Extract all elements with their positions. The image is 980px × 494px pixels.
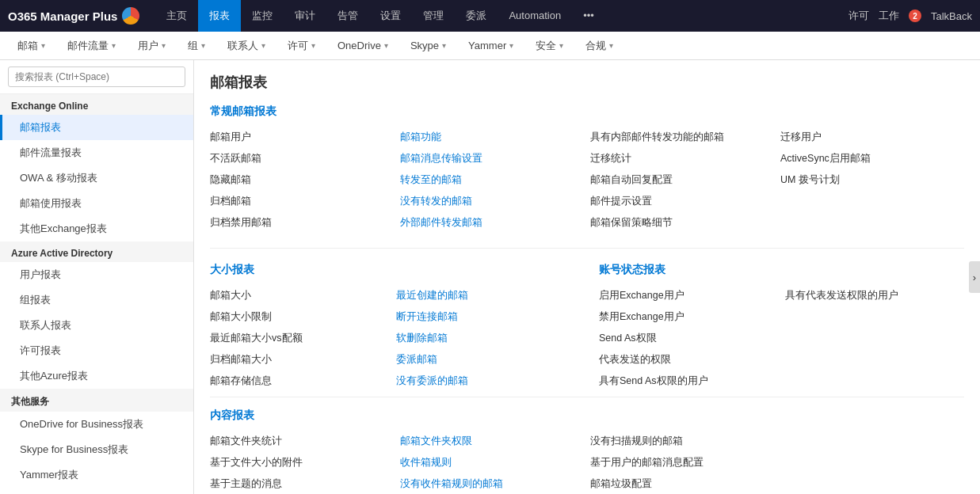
report-link[interactable]: 软删除邮箱 [396, 329, 576, 348]
report-link[interactable]: 邮箱功能 [400, 128, 584, 146]
sidebar: Exchange Online邮箱报表邮件流量报表OWA & 移动报表邮箱使用报… [0, 60, 194, 494]
nav-item-委派[interactable]: 委派 [455, 0, 498, 32]
nav-item-监控[interactable]: 监控 [241, 0, 284, 32]
account-status-grid: 启用Exchange用户具有代表发送权限的用户禁用Exchange用户Send … [599, 287, 964, 390]
report-link[interactable]: 邮箱大小限制 [210, 308, 390, 326]
sidebar-item-组报表[interactable]: 组报表 [0, 287, 193, 313]
report-grid: 邮箱文件夹统计邮箱文件夹权限没有扫描规则的邮箱基于文件大小的附件收件箱规则基于用… [210, 432, 964, 493]
nav-item-Automation[interactable]: Automation [498, 0, 572, 32]
report-link[interactable]: 基于主题的消息 [210, 475, 394, 493]
nav-item-设置[interactable]: 设置 [369, 0, 412, 32]
report-link[interactable]: 启用Exchange用户 [599, 287, 779, 305]
sidebar-item-邮件流量报表[interactable]: 邮件流量报表 [0, 140, 193, 165]
report-link[interactable]: 具有Send As权限的用户 [599, 372, 779, 390]
report-link[interactable]: 邮箱用户 [210, 128, 394, 146]
report-link [780, 214, 964, 232]
sidebar-item-OWA & 移动报表[interactable]: OWA & 移动报表 [0, 165, 193, 191]
report-link[interactable]: 没有转发的邮箱 [400, 192, 584, 211]
sidebar-item-联系人报表[interactable]: 联系人报表 [0, 313, 193, 338]
report-link [785, 329, 965, 348]
sidebar-item-邮箱报表[interactable]: 邮箱报表 [0, 115, 193, 140]
report-link[interactable]: 邮箱垃圾配置 [590, 475, 774, 493]
report-link[interactable]: 基于文件大小的附件 [210, 454, 394, 472]
secondbar-item-许可[interactable]: 许可▾ [278, 32, 325, 60]
logo: O365 Manager Plus [8, 7, 139, 25]
secondbar-item-邮件流量[interactable]: 邮件流量▾ [58, 32, 125, 60]
report-link[interactable]: 邮箱文件夹权限 [400, 432, 584, 450]
report-link[interactable]: ActiveSync启用邮箱 [780, 150, 964, 168]
nav-item-管理[interactable]: 管理 [412, 0, 455, 32]
secondbar-item-邮箱[interactable]: 邮箱▾ [8, 32, 55, 60]
sidebar-item-Skype for Business报表[interactable]: Skype for Business报表 [0, 437, 193, 462]
secondbar-item-组[interactable]: 组▾ [178, 32, 215, 60]
report-link[interactable]: 邮件提示设置 [590, 192, 774, 211]
secondbar-item-合规[interactable]: 合规▾ [576, 32, 623, 60]
report-link[interactable]: 邮箱自动回复配置 [590, 171, 774, 189]
report-link[interactable]: 禁用Exchange用户 [599, 308, 779, 326]
dual-section-row: 大小报表邮箱大小最近创建的邮箱邮箱大小限制断开连接邮箱最近邮箱大小vs配额软删除… [210, 260, 964, 390]
report-link[interactable]: 邮箱消息传输设置 [400, 150, 584, 168]
report-link[interactable]: 收件箱规则 [400, 454, 584, 472]
chevron-down-icon: ▾ [442, 32, 446, 60]
report-link[interactable]: 外部邮件转发邮箱 [400, 214, 584, 232]
sidebar-item-其他Azure报表[interactable]: 其他Azure报表 [0, 363, 193, 389]
secondbar: 邮箱▾邮件流量▾用户▾组▾联系人▾许可▾OneDrive▾Skype▾Yamme… [0, 32, 980, 60]
report-link[interactable]: Send As权限 [599, 329, 779, 348]
content-area: 邮箱报表 常规邮箱报表邮箱用户邮箱功能具有内部邮件转发功能的邮箱迁移用户不活跃邮… [194, 60, 980, 494]
secondbar-item-用户[interactable]: 用户▾ [128, 32, 175, 60]
report-link[interactable]: 具有内部邮件转发功能的邮箱 [590, 128, 774, 146]
report-link[interactable]: 归档禁用邮箱 [210, 214, 394, 232]
report-link[interactable]: 转发至的邮箱 [400, 171, 584, 189]
nav-item-审计[interactable]: 审计 [284, 0, 326, 32]
talkback-link[interactable]: TalkBack [931, 10, 972, 22]
report-link[interactable]: 迁移统计 [590, 150, 774, 168]
sidebar-item-用户报表[interactable]: 用户报表 [0, 262, 193, 287]
sidebar-item-许可报表[interactable]: 许可报表 [0, 338, 193, 363]
size-section: 大小报表邮箱大小最近创建的邮箱邮箱大小限制断开连接邮箱最近邮箱大小vs配额软删除… [210, 260, 575, 390]
report-link[interactable]: 断开连接邮箱 [396, 308, 576, 326]
section-divider [210, 248, 964, 249]
permission-link[interactable]: 许可 [848, 9, 869, 23]
report-link[interactable]: 没有扫描规则的邮箱 [590, 432, 774, 450]
nav-item-•••[interactable]: ••• [572, 0, 605, 32]
report-link[interactable]: 代表发送的权限 [599, 351, 779, 369]
notification-badge[interactable]: 2 [909, 10, 921, 22]
sidebar-item-其他Exchange报表[interactable]: 其他Exchange报表 [0, 216, 193, 241]
report-sections: 常规邮箱报表邮箱用户邮箱功能具有内部邮件转发功能的邮箱迁移用户不活跃邮箱邮箱消息… [210, 104, 964, 493]
secondbar-item-Yammer[interactable]: Yammer▾ [459, 32, 523, 60]
sidebar-item-邮箱使用报表[interactable]: 邮箱使用报表 [0, 191, 193, 216]
chevron-down-icon: ▾ [201, 32, 205, 60]
report-link [780, 475, 964, 493]
report-link[interactable]: 没有收件箱规则的邮箱 [400, 475, 584, 493]
report-link[interactable]: 邮箱存储信息 [210, 372, 390, 390]
secondbar-item-安全[interactable]: 安全▾ [526, 32, 573, 60]
secondbar-item-Skype[interactable]: Skype▾ [401, 32, 456, 60]
secondbar-item-联系人[interactable]: 联系人▾ [218, 32, 275, 60]
report-link[interactable]: 邮箱保留策略细节 [590, 214, 774, 232]
sidebar-item-OneDrive for Business报表[interactable]: OneDrive for Business报表 [0, 412, 193, 437]
report-link[interactable]: UM 拨号计划 [780, 171, 964, 189]
report-link[interactable]: 邮箱大小 [210, 287, 390, 305]
report-link[interactable]: 不活跃邮箱 [210, 150, 394, 168]
report-link[interactable]: 隐藏邮箱 [210, 171, 394, 189]
account-status-section: 账号状态报表启用Exchange用户具有代表发送权限的用户禁用Exchange用… [599, 260, 964, 390]
secondbar-item-OneDrive[interactable]: OneDrive▾ [328, 32, 398, 60]
report-link[interactable]: 归档邮箱大小 [210, 351, 390, 369]
report-link[interactable]: 邮箱文件夹统计 [210, 432, 394, 450]
report-link[interactable]: 具有代表发送权限的用户 [785, 287, 965, 305]
report-link[interactable]: 基于用户的邮箱消息配置 [590, 454, 774, 472]
right-edge-toggle[interactable]: › [969, 261, 980, 293]
report-link[interactable]: 委派邮箱 [396, 351, 576, 369]
search-input[interactable] [8, 66, 185, 87]
report-link[interactable]: 最近创建的邮箱 [396, 287, 576, 305]
report-link[interactable]: 最近邮箱大小vs配额 [210, 329, 390, 348]
report-link[interactable]: 没有委派的邮箱 [396, 372, 576, 390]
sidebar-item-Yammer报表[interactable]: Yammer报表 [0, 462, 193, 488]
nav-item-报表[interactable]: 报表 [198, 0, 241, 32]
work-link[interactable]: 工作 [879, 9, 899, 23]
report-link[interactable]: 归档邮箱 [210, 192, 394, 211]
nav-item-告管[interactable]: 告管 [326, 0, 369, 32]
report-link[interactable]: 迁移用户 [780, 128, 964, 146]
sidebar-item-Microsoft Teams报表[interactable]: Microsoft Teams报表 [0, 488, 193, 494]
nav-item-主页[interactable]: 主页 [155, 0, 198, 32]
